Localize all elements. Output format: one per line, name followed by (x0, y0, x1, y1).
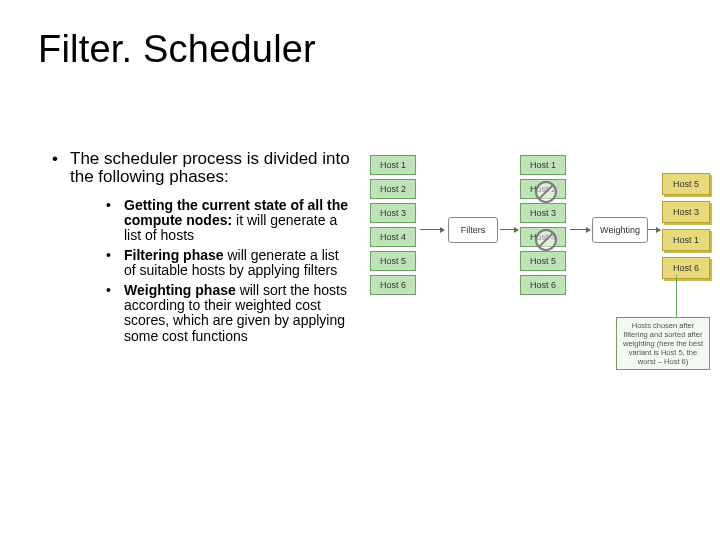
diagram: Host 1 Host 2 Host 3 Host 4 Host 5 Host … (370, 155, 710, 385)
sub-bold: Weighting phase (124, 282, 236, 298)
host-box: Host 5 (370, 251, 416, 271)
host-label: Host 6 (530, 280, 556, 290)
sub-bullets: Getting the current state of all the com… (70, 198, 352, 345)
intro-bullet: The scheduler process is divided into th… (52, 150, 352, 344)
arrow-icon (500, 229, 518, 230)
host-box: Host 2 (370, 179, 416, 199)
host-label: Host 1 (530, 160, 556, 170)
slide: Filter. Scheduler The scheduler process … (0, 0, 720, 540)
hosts-initial: Host 1 Host 2 Host 3 Host 4 Host 5 Host … (370, 155, 416, 295)
arrow-icon (420, 229, 444, 230)
host-label: Host 3 (530, 208, 556, 218)
slide-title: Filter. Scheduler (38, 28, 316, 71)
arrow-icon (648, 229, 660, 230)
weighting-stage: Weighting (592, 217, 648, 243)
host-box-ranked: Host 5 (662, 173, 710, 195)
hosts-weighted: Host 5 Host 3 Host 1 Host 6 (662, 173, 710, 279)
host-box: Host 2 (520, 179, 566, 199)
host-box: Host 6 (520, 275, 566, 295)
host-box: Host 3 (370, 203, 416, 223)
intro-text: The scheduler process is divided into th… (70, 149, 350, 186)
filters-stage: Filters (448, 217, 498, 243)
body-text: The scheduler process is divided into th… (52, 150, 352, 354)
sub-bullet: Getting the current state of all the com… (106, 198, 352, 244)
arrow-icon (570, 229, 590, 230)
hosts-filtered: Host 1 Host 2 Host 3 Host 4 Host 5 Host … (520, 155, 566, 295)
host-box-ranked: Host 6 (662, 257, 710, 279)
host-box-ranked: Host 1 (662, 229, 710, 251)
host-box-ranked: Host 3 (662, 201, 710, 223)
host-box: Host 1 (520, 155, 566, 175)
host-box: Host 5 (520, 251, 566, 271)
host-label: Host 5 (530, 256, 556, 266)
forbidden-icon (535, 181, 557, 203)
host-box: Host 4 (370, 227, 416, 247)
host-box: Host 6 (370, 275, 416, 295)
host-box: Host 4 (520, 227, 566, 247)
sub-bullet: Filtering phase will generate a list of … (106, 248, 352, 279)
host-box: Host 3 (520, 203, 566, 223)
callout-box: Hosts chosen after filtering and sorted … (616, 317, 710, 370)
sub-bold: Filtering phase (124, 247, 224, 263)
callout-connector (676, 275, 677, 317)
sub-bullet: Weighting phase will sort the hosts acco… (106, 283, 352, 345)
host-box: Host 1 (370, 155, 416, 175)
forbidden-icon (535, 229, 557, 251)
